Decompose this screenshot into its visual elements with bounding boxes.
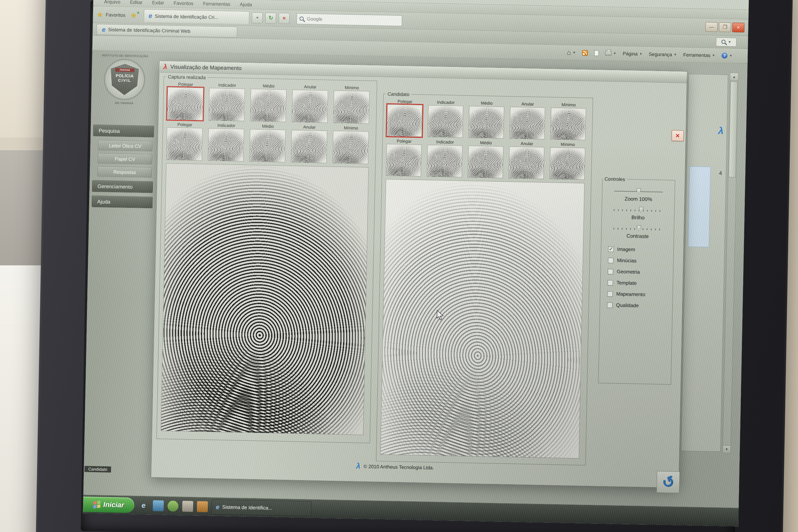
candidate-thumb-polegar[interactable]: Polegar: [385, 99, 424, 137]
ie-icon: e: [102, 26, 106, 33]
contrast-label: Contraste: [601, 233, 673, 240]
tools-menu-button[interactable]: Ferramentas ▼: [683, 52, 715, 58]
page-menu-button[interactable]: Página ▼: [623, 51, 643, 57]
slider-thumb[interactable]: [639, 207, 643, 213]
candidate-thumb-indicador-2[interactable]: Indicador: [425, 139, 464, 177]
refresh-button[interactable]: ↻: [265, 13, 277, 24]
capture-thumb-indicador[interactable]: Indicador: [207, 82, 246, 121]
candidate-thumb-anular[interactable]: Anular: [508, 101, 546, 139]
menu-editar[interactable]: Editar: [130, 0, 142, 5]
checkbox-mapeamento[interactable]: Mapeamento: [607, 291, 672, 298]
checkbox-checked-icon[interactable]: [608, 247, 613, 252]
sidebar-section-ajuda[interactable]: Ajuda: [92, 196, 153, 208]
candidate-thumb-medio[interactable]: Médio: [467, 100, 506, 138]
minimize-button[interactable]: —: [705, 22, 718, 32]
close-window-button[interactable]: ×: [732, 22, 745, 32]
checkbox-icon[interactable]: [608, 258, 613, 263]
sidebar-item-leitor-otico[interactable]: Leitor Ótico CV: [98, 140, 152, 151]
mini-search-button[interactable]: ▼: [716, 37, 737, 46]
capture-thumb-anular[interactable]: Anular: [290, 84, 329, 123]
fingerprint-thumbnail: [291, 90, 328, 123]
read-mail-button[interactable]: [594, 50, 599, 56]
finger-label: Anular: [291, 84, 329, 90]
favorites-star-icon[interactable]: ★: [97, 10, 103, 19]
maximize-button[interactable]: ❐: [719, 22, 731, 32]
capture-thumb-medio[interactable]: Médio: [249, 83, 288, 122]
stop-button[interactable]: ×: [279, 13, 290, 24]
mapping-dialog: λ Visualização de Mapeamento Captura rea…: [151, 61, 687, 488]
browser-tab-active[interactable]: e Sistema de Identificação Cri...: [144, 9, 250, 24]
scroll-down-icon[interactable]: ▼: [723, 445, 730, 453]
sidebar-section-gerenciamento[interactable]: Gerenciamento: [92, 180, 153, 193]
capture-thumb-indicador-2[interactable]: Indicador: [207, 123, 246, 162]
capture-thumb-minimo[interactable]: Mínimo: [332, 85, 371, 124]
checkbox-imagem[interactable]: Imagem: [608, 246, 673, 253]
side-panel: λ 4: [681, 74, 728, 452]
scroll-up-icon[interactable]: ▲: [730, 73, 738, 81]
fingerprint-thumbnail: [332, 131, 369, 164]
menu-favoritos[interactable]: Favoritos: [174, 0, 193, 6]
capture-thumb-anular-2[interactable]: Anular: [290, 125, 329, 163]
checkbox-icon[interactable]: [607, 302, 612, 308]
capture-thumb-minimo-2[interactable]: Mínimo: [331, 125, 370, 164]
security-menu-button[interactable]: Segurança ▼: [649, 51, 677, 57]
tab-title: Sistema de Identificação Cri...: [155, 13, 219, 20]
quicklaunch-ie-icon[interactable]: e: [138, 500, 149, 511]
checkbox-qualidade[interactable]: Qualidade: [607, 302, 672, 309]
finger-label: Indicador: [207, 123, 246, 128]
checkbox-minucias[interactable]: Minúcias: [608, 258, 673, 264]
sidebar-item-respostas[interactable]: Respostas: [97, 166, 152, 177]
start-button[interactable]: Iniciar: [83, 496, 135, 513]
checkbox-icon[interactable]: [607, 291, 612, 297]
back-button[interactable]: ↺: [657, 471, 680, 493]
capture-thumb-polegar-2[interactable]: Polegar: [165, 122, 204, 160]
print-button[interactable]: ▼: [605, 51, 616, 56]
slider-thumb[interactable]: [636, 188, 641, 194]
add-favorite-icon[interactable]: ★: [130, 11, 137, 19]
checkbox-icon[interactable]: [607, 280, 613, 285]
slider-thumb[interactable]: [637, 225, 641, 231]
fingerprint-thumbnail: [249, 129, 286, 163]
selected-strip: [688, 166, 711, 247]
capture-thumb-polegar[interactable]: Polegar: [166, 81, 205, 120]
sidebar-item-papel-cv[interactable]: Papel CV: [98, 153, 152, 164]
candidate-thumb-indicador[interactable]: Indicador: [426, 100, 464, 138]
candidate-thumb-minimo[interactable]: Mínimo: [549, 102, 587, 140]
sidebar-section-pesquisa[interactable]: Pesquisa: [93, 125, 154, 137]
menu-ferramentas[interactable]: Ferramentas: [203, 1, 230, 7]
fingerprint-thumbnail: [468, 106, 504, 138]
contrast-slider[interactable]: [613, 225, 662, 232]
zoom-slider[interactable]: [614, 187, 663, 195]
fingerprint-thumbnail: [166, 127, 203, 160]
help-button[interactable]: ? ▼: [722, 53, 733, 59]
checkbox-icon[interactable]: [608, 269, 613, 274]
capture-fingerprint-image: [161, 163, 369, 435]
dialog-close-button[interactable]: ×: [671, 130, 684, 141]
tab-dropdown-button[interactable]: ▼: [252, 12, 263, 23]
scrollbar-thumb[interactable]: [729, 81, 738, 177]
quicklaunch-icon[interactable]: [168, 500, 179, 512]
finger-label: Indicador: [427, 100, 464, 105]
checkbox-geometria[interactable]: Geometria: [608, 269, 673, 276]
candidate-thumb-polegar-2[interactable]: Polegar: [385, 138, 423, 176]
menu-exibir[interactable]: Exibir: [152, 0, 164, 5]
quicklaunch-icon[interactable]: [153, 500, 164, 511]
candidate-thumb-medio-2[interactable]: Médio: [467, 140, 505, 178]
quicklaunch-icon[interactable]: [197, 501, 208, 512]
capture-thumb-medio-2[interactable]: Médio: [248, 124, 287, 162]
menu-arquivo[interactable]: Arquivo: [104, 0, 120, 4]
home-button[interactable]: ⌂ ▼: [567, 49, 576, 56]
brightness-slider[interactable]: [614, 206, 662, 214]
taskbar-task-button[interactable]: e Sistema de Identifica...: [212, 499, 312, 516]
quicklaunch-icon[interactable]: [182, 501, 193, 512]
zoom-label: Zoom 100%: [602, 196, 674, 203]
menu-ajuda[interactable]: Ajuda: [240, 2, 252, 7]
browser-tab-full[interactable]: e Sistema de Identificação Criminal Web: [97, 24, 238, 37]
mouse-cursor: [435, 310, 445, 321]
checkbox-template[interactable]: Template: [607, 280, 673, 287]
candidate-thumb-anular-2[interactable]: Anular: [507, 141, 546, 179]
search-input[interactable]: [306, 16, 399, 24]
candidate-thumb-minimo-2[interactable]: Mínimo: [548, 141, 587, 180]
task-button-label: Sistema de Identifica...: [222, 504, 272, 511]
feed-button[interactable]: [582, 50, 588, 56]
